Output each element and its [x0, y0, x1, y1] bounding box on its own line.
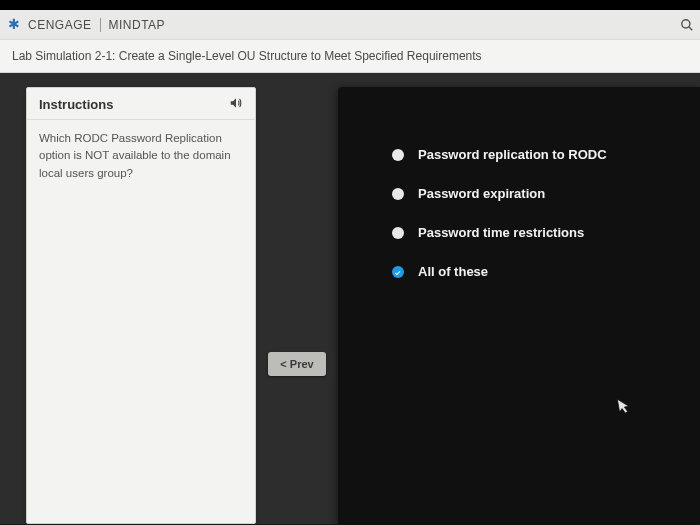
- cengage-logo-icon: [8, 18, 22, 32]
- simulation-area: Password replication to RODC Password ex…: [338, 87, 700, 524]
- question-text: Which RODC Password Replication option i…: [27, 120, 255, 192]
- radio-icon: [392, 188, 404, 200]
- prev-button[interactable]: < Prev: [268, 352, 326, 376]
- brand-divider: [100, 18, 101, 32]
- nav-column: < Prev: [268, 87, 326, 524]
- option-time-restrictions[interactable]: Password time restrictions: [392, 225, 682, 240]
- brand-cengage: CENGAGE: [28, 18, 92, 32]
- instructions-panel: Instructions Which RODC Password Replica…: [26, 87, 256, 524]
- workspace: Instructions Which RODC Password Replica…: [0, 73, 700, 524]
- option-label: Password time restrictions: [418, 225, 584, 240]
- brand-mindtap: MINDTAP: [109, 18, 166, 32]
- cursor-icon: [616, 396, 634, 420]
- lab-title: Lab Simulation 2-1: Create a Single-Leve…: [0, 40, 700, 73]
- radio-icon: [392, 227, 404, 239]
- radio-icon: [392, 149, 404, 161]
- option-label: Password expiration: [418, 186, 545, 201]
- top-black-strip: [0, 0, 700, 10]
- search-icon[interactable]: [680, 18, 694, 35]
- option-password-replication[interactable]: Password replication to RODC: [392, 147, 682, 162]
- sound-icon[interactable]: [227, 96, 245, 113]
- instructions-header: Instructions: [27, 88, 255, 120]
- brand-bar: CENGAGE MINDTAP: [0, 10, 700, 40]
- radio-icon-selected: [392, 266, 404, 278]
- option-label: All of these: [418, 264, 488, 279]
- instructions-title: Instructions: [39, 97, 113, 112]
- option-all-of-these[interactable]: All of these: [392, 264, 682, 279]
- option-password-expiration[interactable]: Password expiration: [392, 186, 682, 201]
- option-label: Password replication to RODC: [418, 147, 607, 162]
- svg-line-1: [689, 27, 693, 31]
- svg-point-0: [682, 20, 690, 28]
